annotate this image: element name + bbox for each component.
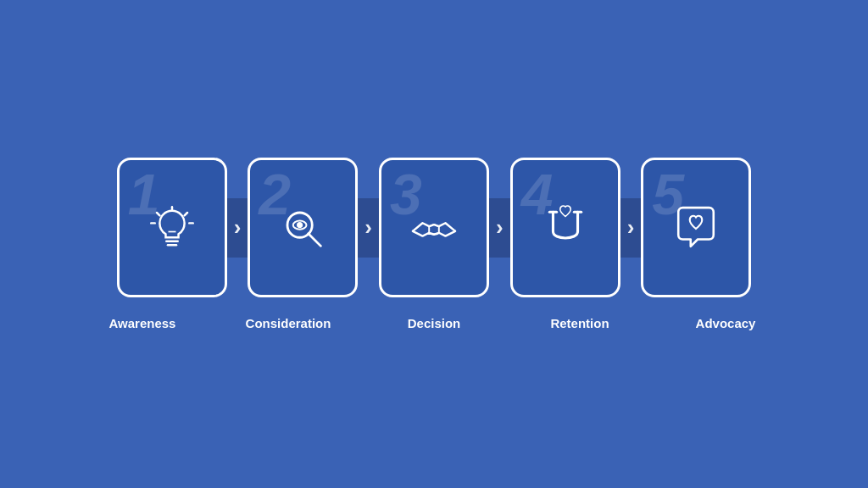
- lightbulb-icon: [149, 205, 195, 251]
- svg-line-4: [157, 213, 159, 215]
- cards-row: 1: [117, 158, 752, 297]
- card-wrapper-decision: 3: [379, 158, 489, 297]
- card-wrapper-advocacy: 5: [641, 158, 751, 297]
- label-awareness: Awareness: [87, 316, 198, 330]
- label-wrapper-consideration: Consideration: [233, 316, 343, 330]
- label-decision: Decision: [379, 316, 489, 330]
- card-decision: 3: [379, 158, 489, 297]
- chevron-2: ›: [364, 214, 372, 241]
- label-consideration: Consideration: [233, 316, 343, 330]
- main-container: 1: [0, 0, 868, 488]
- heart-chat-icon: [673, 205, 719, 251]
- search-icon: [280, 205, 326, 251]
- label-advocacy: Advocacy: [670, 316, 781, 330]
- label-wrapper-decision: Decision: [379, 316, 489, 330]
- label-wrapper-retention: Retention: [525, 316, 635, 330]
- card-wrapper-retention: 4: [510, 158, 620, 297]
- svg-line-9: [309, 233, 321, 246]
- card-retention: 4: [510, 158, 620, 297]
- labels-row: Awareness Consideration Decision Retenti…: [87, 316, 781, 330]
- card-consideration: 2: [248, 158, 358, 297]
- svg-line-3: [184, 213, 186, 215]
- chevron-1: ›: [234, 214, 242, 241]
- chevron-3: ›: [496, 214, 504, 241]
- magnet-icon: [542, 205, 588, 251]
- svg-point-11: [298, 223, 302, 227]
- label-retention: Retention: [525, 316, 635, 330]
- card-wrapper-awareness: 1: [117, 158, 227, 297]
- card-awareness: 1: [117, 158, 227, 297]
- card-advocacy: 5: [641, 158, 751, 297]
- chevron-4: ›: [627, 214, 635, 241]
- handshake-icon: [411, 205, 457, 251]
- label-wrapper-awareness: Awareness: [87, 316, 198, 330]
- card-wrapper-consideration: 2: [248, 158, 358, 297]
- label-wrapper-advocacy: Advocacy: [670, 316, 781, 330]
